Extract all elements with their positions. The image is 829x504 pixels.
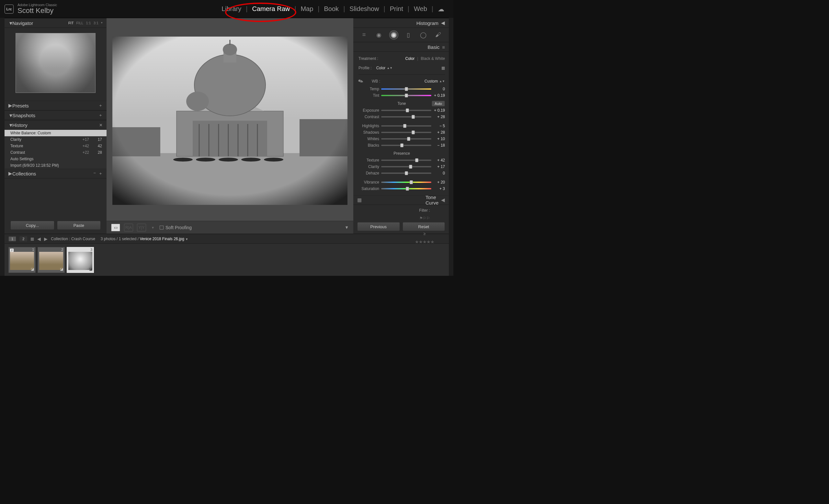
treatment-color[interactable]: Color (405, 56, 414, 61)
before-after-menu-icon[interactable]: ▾ (150, 224, 156, 231)
filmstrip[interactable]: 1 2 ◪ 2 ◪ 3 ◪ (4, 243, 449, 276)
spot-removal-tool-icon[interactable]: ◉ (374, 30, 384, 39)
module-map[interactable]: Map (296, 5, 318, 13)
slider-value[interactable]: 0 (433, 171, 445, 176)
wb-picker-icon[interactable]: ✎ (357, 77, 365, 85)
add-icon[interactable]: ＋ (99, 112, 103, 118)
slider-track[interactable] (381, 138, 431, 140)
dropdown-caret-icon[interactable]: ▼ (185, 238, 188, 241)
before-after-tb-button[interactable]: Y|Y (137, 224, 146, 231)
snapshots-header[interactable]: ▼ Snapshots ＋ (4, 110, 107, 120)
slider-saturation[interactable]: Saturation+ 3 (358, 186, 445, 192)
slider-value[interactable]: + 0.19 (433, 108, 445, 113)
presets-header[interactable]: ▶ Presets ＋ (4, 101, 107, 110)
zoom-fit[interactable]: FIT (68, 21, 74, 25)
slider-value[interactable]: + 28 (433, 130, 445, 135)
zoom-fill[interactable]: FILL (76, 21, 83, 25)
profile-row[interactable]: Profile : Color ▲▼ ▦ (358, 64, 445, 73)
slider-vibrance[interactable]: Vibrance+ 20 (358, 179, 445, 186)
slider-value[interactable]: − 5 (433, 124, 445, 128)
panel-switch-icon[interactable]: ▦ (357, 197, 362, 203)
history-item[interactable]: Texture+4242 (4, 143, 107, 149)
before-after-lr-button[interactable]: R|A (124, 224, 133, 231)
slider-knob[interactable] (411, 115, 415, 119)
slider-track[interactable] (381, 166, 431, 167)
clear-icon[interactable]: ✕ (99, 123, 103, 127)
slider-exposure[interactable]: Exposure+ 0.19 (358, 107, 445, 114)
slider-track[interactable] (381, 182, 431, 183)
slider-value[interactable]: − 18 (433, 143, 445, 148)
grid-view-icon[interactable]: ▦ (30, 237, 34, 241)
slider-knob[interactable] (405, 93, 408, 98)
module-camera-raw[interactable]: Camera Raw (248, 5, 295, 13)
history-header[interactable]: ▼ History ✕ (4, 120, 107, 130)
history-item[interactable]: Clarity+1717 (4, 136, 107, 143)
slider-knob[interactable] (411, 130, 415, 134)
slider-knob[interactable] (406, 109, 409, 112)
slider-track[interactable] (381, 160, 431, 161)
main-image[interactable] (112, 37, 348, 205)
slider-knob[interactable] (405, 87, 408, 91)
slider-clarity[interactable]: Clarity+ 17 (358, 163, 445, 170)
minus-icon[interactable]: − (93, 170, 96, 177)
auto-tone-button[interactable]: Auto (432, 101, 445, 107)
second-window-tab[interactable]: 2 (20, 236, 27, 241)
module-slideshow[interactable]: Slideshow (345, 5, 384, 13)
slider-temp[interactable]: Temp0 (358, 86, 445, 92)
navigator-zoom-levels[interactable]: FIT FILL 1:1 3:1 ▾ (68, 21, 103, 25)
zoom-1to1[interactable]: 1:1 (86, 21, 91, 25)
slider-value[interactable]: + 42 (433, 158, 445, 162)
crop-tool-icon[interactable]: ⌗ (359, 30, 368, 39)
red-eye-tool-icon[interactable]: ◉ (389, 30, 398, 39)
slider-dehaze[interactable]: Dehaze0 (358, 170, 445, 177)
basic-panel-header[interactable]: Basic ≡ (353, 42, 449, 52)
slider-knob[interactable] (409, 165, 412, 169)
slider-track[interactable] (381, 132, 431, 133)
add-icon[interactable]: ＋ (99, 170, 103, 177)
filmstrip-thumb[interactable]: 2 ◪ (38, 247, 65, 273)
stack-badge[interactable]: 2 (10, 248, 13, 252)
navigator-thumbnail[interactable] (15, 33, 96, 93)
module-library[interactable]: Library (217, 5, 246, 13)
history-item[interactable]: Contrast+2228 (4, 149, 107, 156)
slider-track[interactable] (381, 110, 431, 111)
navigator-body[interactable] (4, 28, 107, 101)
filter-settings-icon[interactable]: ≡ (423, 224, 426, 228)
adjustment-brush-tool-icon[interactable]: 🖌 (434, 30, 443, 39)
history-item[interactable]: Auto Settings (4, 156, 107, 162)
histogram-header[interactable]: Histogram ◀ (353, 18, 449, 28)
module-web[interactable]: Web (409, 5, 432, 13)
nav-back-icon[interactable]: ◀ (37, 236, 41, 241)
zoom-dropdown-icon[interactable]: ▾ (101, 21, 103, 25)
slider-whites[interactable]: Whites+ 10 (358, 135, 445, 142)
slider-highlights[interactable]: Highlights− 5 (358, 123, 445, 129)
copy-button[interactable]: Copy... (10, 221, 55, 230)
module-print[interactable]: Print (385, 5, 408, 13)
slider-track[interactable] (381, 95, 431, 96)
tone-curve-header[interactable]: ▦ Tone Curve ◀ (353, 195, 449, 205)
rating-gte-icon[interactable]: ≥ (424, 231, 426, 236)
navigator-header[interactable]: ▼ Navigator FIT FILL 1:1 3:1 ▾ (4, 18, 107, 28)
slider-value[interactable]: + 3 (433, 187, 445, 191)
slider-value[interactable]: + 17 (433, 164, 445, 169)
slider-blacks[interactable]: Blacks− 18 (358, 142, 445, 149)
dropdown-caret-icon[interactable]: ▲▼ (439, 80, 445, 83)
loupe-view-button[interactable]: ▭ (111, 224, 120, 231)
slider-value[interactable]: 0 (433, 87, 445, 91)
slider-track[interactable] (381, 145, 431, 146)
breadcrumb[interactable]: Collection : Crash Course 3 photos / 1 s… (51, 237, 188, 241)
slider-track[interactable] (381, 188, 431, 189)
add-icon[interactable]: ＋ (99, 103, 103, 109)
slider-knob[interactable] (400, 143, 403, 147)
slider-track[interactable] (381, 88, 431, 90)
paste-button[interactable]: Paste (57, 221, 101, 230)
slider-knob[interactable] (405, 171, 408, 175)
panel-switch-icon[interactable]: ≡ (442, 44, 445, 50)
identity-plate[interactable]: Adobe Lightroom Classic Scott Kelby (17, 3, 57, 14)
nav-forward-icon[interactable]: ▶ (44, 236, 47, 241)
checkbox-icon[interactable] (160, 226, 164, 230)
zoom-3to1[interactable]: 3:1 (94, 21, 99, 25)
history-item[interactable]: White Balance: Custom (4, 130, 107, 136)
slider-track[interactable] (381, 116, 431, 117)
slider-track[interactable] (381, 172, 431, 174)
